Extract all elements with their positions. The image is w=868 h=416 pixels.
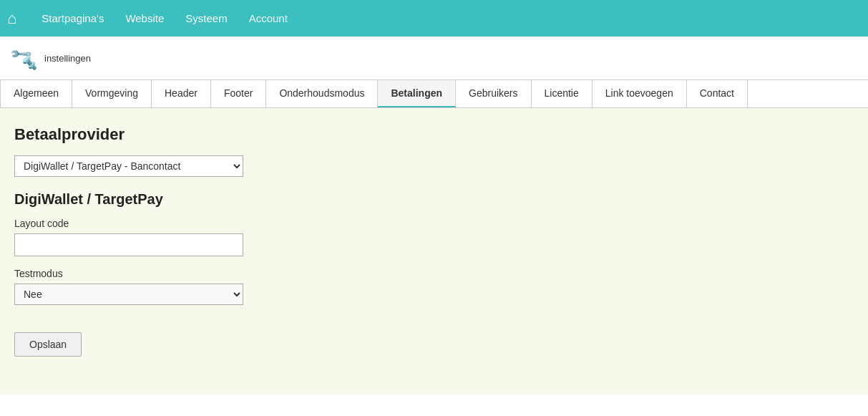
layout-code-input[interactable] xyxy=(14,233,243,256)
settings-header: instellingen xyxy=(0,37,868,79)
provider-select[interactable]: DigiWallet / TargetPay - Bancontact Digi… xyxy=(14,155,243,177)
sub-section-title: DigiWallet / TargetPay xyxy=(14,191,854,208)
main-content: Betaalprovider DigiWallet / TargetPay - … xyxy=(0,108,868,395)
tabs-bar: Algemeen Vormgeving Header Footer Onderh… xyxy=(0,79,868,108)
nav-website[interactable]: Website xyxy=(125,12,164,24)
tab-header[interactable]: Header xyxy=(152,80,211,107)
layout-code-label: Layout code xyxy=(14,218,854,229)
testmodus-group: Testmodus Nee Ja xyxy=(14,268,854,305)
testmodus-select[interactable]: Nee Ja xyxy=(14,284,243,305)
tab-contact[interactable]: Contact xyxy=(687,80,748,107)
top-nav: ⌂ Startpagina's Website Systeem Account xyxy=(0,0,868,37)
tab-link-toevoegen[interactable]: Link toevoegen xyxy=(593,80,687,107)
tab-betalingen[interactable]: Betalingen xyxy=(378,80,456,107)
tab-algemeen[interactable]: Algemeen xyxy=(0,80,72,107)
layout-code-group: Layout code xyxy=(14,218,854,256)
nav-startpaginas[interactable]: Startpagina's xyxy=(42,12,104,24)
settings-icon xyxy=(11,45,37,71)
tab-gebruikers[interactable]: Gebruikers xyxy=(456,80,531,107)
settings-label: instellingen xyxy=(44,53,91,64)
tab-vormgeving[interactable]: Vormgeving xyxy=(72,80,152,107)
tab-onderhoudsmodus[interactable]: Onderhoudsmodus xyxy=(266,80,378,107)
provider-section-title: Betaalprovider xyxy=(14,125,854,144)
tab-footer[interactable]: Footer xyxy=(211,80,266,107)
tab-licentie[interactable]: Licentie xyxy=(532,80,593,107)
nav-systeem[interactable]: Systeem xyxy=(185,12,227,24)
home-icon[interactable]: ⌂ xyxy=(7,9,16,28)
save-button[interactable]: Opslaan xyxy=(14,332,82,357)
testmodus-label: Testmodus xyxy=(14,268,854,279)
nav-account[interactable]: Account xyxy=(249,12,288,24)
